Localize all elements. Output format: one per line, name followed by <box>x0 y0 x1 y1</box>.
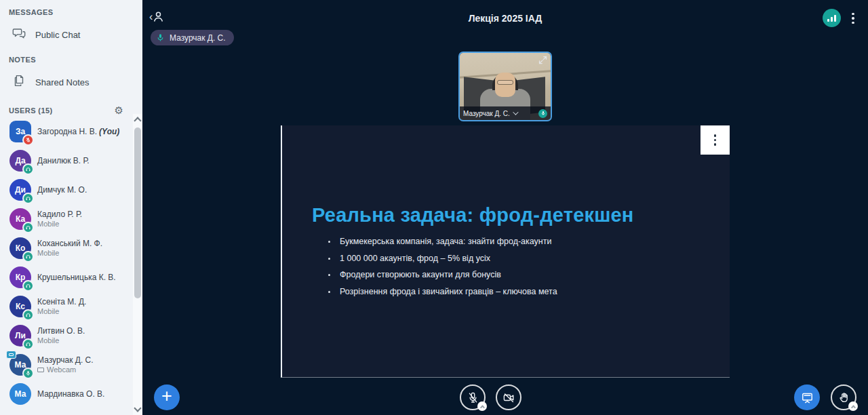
mic-on-badge-icon <box>22 368 34 379</box>
presentation-options-button[interactable] <box>701 125 730 155</box>
user-name: Мардинавка О. В. <box>37 389 106 399</box>
user-list-item[interactable]: Ма Мазурчак Д. С. Webcam <box>0 350 133 379</box>
options-menu-icon[interactable] <box>848 10 859 26</box>
talking-user-name: Мазурчак Д. С. <box>170 33 226 43</box>
user-list-item[interactable]: За Загородна Н. В.(You) <box>0 117 133 146</box>
plus-icon: + <box>161 387 172 406</box>
user-name: Ксеніта М. Д. <box>37 297 88 307</box>
raise-hand-button[interactable] <box>831 384 856 410</box>
slide-bullet: Букмекерська компанія, задача: знайти фр… <box>328 237 557 246</box>
listen-only-badge-icon <box>22 193 34 204</box>
user-name: Крушельницька К. В. <box>37 273 118 282</box>
user-subtitle: Mobile <box>37 249 104 257</box>
user-subtitle: Mobile <box>37 307 88 315</box>
scroll-up-icon[interactable] <box>134 117 141 124</box>
webcam-mic-icon <box>538 109 547 118</box>
user-list-item[interactable]: Кс Ксеніта М. Д. Mobile <box>0 292 133 321</box>
expand-webcam-icon[interactable] <box>538 55 548 65</box>
toggle-user-list-button[interactable]: ‹ <box>149 9 165 24</box>
chat-icon <box>12 26 26 43</box>
slide-bullet: 1 000 000 акаунтів, фрод – 5% від усіх <box>328 254 557 263</box>
main-area: Лекція 2025 ІАД ‹ Мазурчак Д. С. <box>142 0 868 415</box>
user-subtitle: Webcam <box>37 365 96 374</box>
camera-off-icon <box>502 391 515 404</box>
hand-options-badge[interactable] <box>848 401 858 411</box>
public-chat-label: Public Chat <box>35 30 80 40</box>
meeting-title: Лекція 2025 ІАД <box>142 13 868 24</box>
user-list-item[interactable]: Ли Литвин О. В. Mobile <box>0 321 133 350</box>
notes-header: NOTES <box>0 56 142 64</box>
talking-indicator[interactable]: Мазурчак Д. С. <box>151 30 234 45</box>
listen-only-badge-icon <box>22 251 34 262</box>
kebab-icon <box>710 132 721 149</box>
minimize-presentation-button[interactable] <box>794 384 820 410</box>
user-subtitle: Mobile <box>37 220 84 228</box>
slide-bullet: Фродери створюють акаунти для бонусів <box>328 270 557 279</box>
slide-bullets: Букмекерська компанія, задача: знайти фр… <box>328 237 557 303</box>
notes-icon <box>12 73 26 91</box>
actions-plus-button[interactable]: + <box>154 384 180 410</box>
webcam-badge-icon <box>6 351 16 359</box>
user-name: Кадило Р. Р. <box>37 210 84 219</box>
user-list-item[interactable]: Ка Кадило Р. Р. Mobile <box>0 204 133 233</box>
user-list-item[interactable]: Ма Мардинавка О. В. <box>0 379 133 408</box>
avatar: Ма <box>9 383 31 405</box>
user-list-item[interactable]: Кр Крушельницька К. В. <box>0 262 133 292</box>
users-header-row: USERS (15) ⚙ <box>0 105 142 115</box>
mute-toggle-button[interactable] <box>460 384 486 410</box>
slide-bullet: Розрізнення фрода і звичайних гравців – … <box>328 287 557 296</box>
connection-status-icon[interactable] <box>823 9 841 27</box>
webcam-user-name: Мазурчак Д. С. <box>463 110 510 117</box>
slide-title: Реальна задача: фрод-детекшен <box>312 204 634 226</box>
meeting-app: MESSAGES Public Chat NOTES Shared Notes <box>0 0 868 415</box>
user-name: Мазурчак Д. С. <box>37 355 96 365</box>
webcam-subtitle-icon <box>37 368 44 372</box>
listen-only-badge-icon <box>22 163 34 175</box>
user-name: Загородна Н. В.(You) <box>37 127 119 136</box>
sidebar-item-public-chat[interactable]: Public Chat <box>0 26 142 43</box>
muted-mic-badge-icon <box>22 134 34 146</box>
user-subtitle: Mobile <box>37 336 87 344</box>
webcam-label-bar: Мазурчак Д. С. <box>460 106 551 120</box>
users-header: USERS (15) <box>0 106 53 115</box>
mic-options-badge[interactable] <box>477 401 487 411</box>
listen-only-badge-icon <box>22 338 34 350</box>
person-icon <box>151 9 165 24</box>
webcam-tile[interactable]: Мазурчак Д. С. <box>458 52 552 121</box>
mic-muted-icon <box>467 391 479 404</box>
presentation-slide[interactable]: Реальна задача: фрод-детекшен Букмекерсь… <box>281 125 730 378</box>
sidebar-item-shared-notes[interactable]: Shared Notes <box>0 74 142 90</box>
sidebar: MESSAGES Public Chat NOTES Shared Notes <box>0 0 142 415</box>
mic-icon <box>156 33 165 42</box>
user-list-item[interactable]: Да Данилюк В. Р. <box>0 146 133 175</box>
user-list-item[interactable]: Ди Димчук М. О. <box>0 175 133 204</box>
user-list: За Загородна Н. В.(You) Да <box>0 117 133 415</box>
user-list-item[interactable]: Ко Коханський М. Ф. Mobile <box>0 233 133 262</box>
scroll-down-icon[interactable] <box>134 404 141 412</box>
chevron-down-icon[interactable] <box>513 109 518 115</box>
users-settings-gear-icon[interactable]: ⚙ <box>115 105 123 115</box>
presentation-screen-icon <box>801 391 814 404</box>
listen-only-badge-icon <box>22 222 34 233</box>
messages-header: MESSAGES <box>0 0 142 16</box>
listen-only-badge-icon <box>22 309 34 321</box>
user-name: Данилюк В. Р. <box>37 156 91 165</box>
listen-only-badge-icon <box>22 280 34 292</box>
hand-icon <box>837 391 850 404</box>
webcam-toggle-button[interactable] <box>496 384 521 410</box>
scrollbar-thumb[interactable] <box>134 127 141 298</box>
user-list-scrollbar[interactable] <box>133 114 142 415</box>
shared-notes-label: Shared Notes <box>35 77 90 87</box>
user-name: Литвин О. В. <box>37 326 87 336</box>
user-name: Димчук М. О. <box>37 185 89 195</box>
user-name: Коханський М. Ф. <box>37 239 104 248</box>
